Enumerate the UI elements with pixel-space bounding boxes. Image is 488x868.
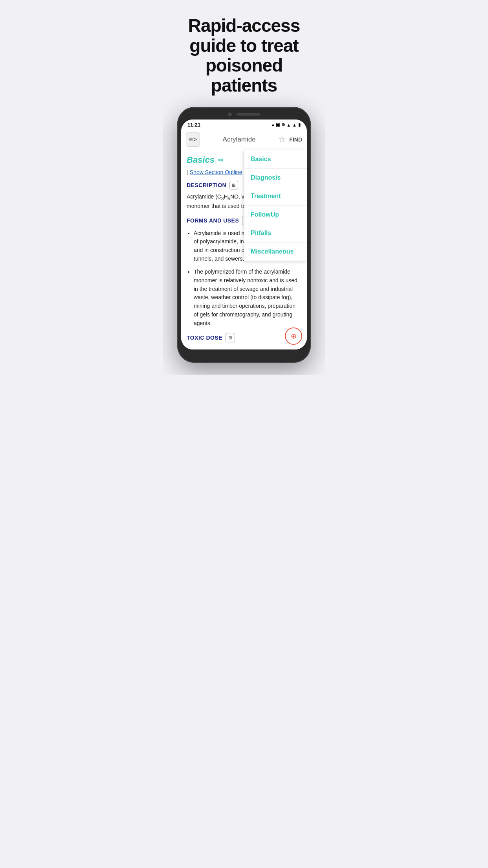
menu-item-followup[interactable]: FollowUp: [244, 206, 307, 224]
status-bar: 11:21 ● ▣ ⊕ ▲ ▲ ▮: [181, 120, 307, 129]
fab-icon: ⊕: [291, 332, 297, 340]
sim-icon: ▣: [276, 122, 280, 127]
wifi-icon: ▲: [286, 123, 291, 127]
content-area: Basics ⇒ [ Show Section Outline ] DESCRI…: [181, 150, 307, 349]
app-logo[interactable]: ≡>: [186, 132, 200, 147]
logo-icon: ≡>: [189, 136, 197, 144]
toxic-dose-icon-glyph: ⊞: [228, 335, 232, 340]
toxic-dose-heading-text: TOXIC DOSE: [187, 335, 222, 341]
status-time: 11:21: [187, 122, 200, 128]
description-icon-glyph: ⊞: [232, 183, 236, 188]
menu-item-basics[interactable]: Basics: [244, 150, 307, 169]
phone-screen: 11:21 ● ▣ ⊕ ▲ ▲ ▮ ≡> Acrylamide ☆ F: [181, 120, 307, 349]
favorite-star-icon[interactable]: ☆: [278, 134, 286, 145]
forms-heading-text: FORMS AND USES: [187, 217, 239, 224]
description-heading-text: DESCRIPTION: [187, 182, 226, 188]
description-section-icon[interactable]: ⊞: [229, 181, 238, 189]
fab-button[interactable]: ⊕: [285, 327, 302, 345]
menu-item-diagnosis[interactable]: Diagnosis: [244, 169, 307, 187]
phone-speaker: [237, 113, 260, 116]
vpn-icon: ⊕: [281, 122, 285, 127]
status-icons: ● ▣ ⊕ ▲ ▲ ▮: [272, 122, 301, 127]
battery-icon: ▮: [298, 122, 301, 127]
basics-arrow-icon: ⇒: [218, 156, 224, 164]
signal-icon: ●: [272, 123, 275, 127]
nav-dropdown-menu: Basics Diagnosis Treatment FollowUp Pitf…: [244, 150, 307, 261]
menu-item-treatment[interactable]: Treatment: [244, 187, 307, 206]
menu-item-pitfalls[interactable]: Pitfalls: [244, 224, 307, 243]
toxic-dose-heading-row: TOXIC DOSE ⊞: [187, 333, 301, 342]
signal-bars-icon: ▲: [292, 123, 297, 127]
show-outline-link[interactable]: Show Section Outline: [190, 169, 242, 175]
app-header: ≡> Acrylamide ☆ FIND: [181, 129, 307, 150]
phone-mockup-wrapper: 11:21 ● ▣ ⊕ ▲ ▲ ▮ ≡> Acrylamide ☆ F: [163, 107, 325, 375]
hero-section: Rapid-access guide to treat poisoned pat…: [163, 0, 325, 107]
hero-title: Rapid-access guide to treat poisoned pat…: [171, 16, 317, 95]
phone-camera: [228, 112, 232, 116]
phone-device: 11:21 ● ▣ ⊕ ▲ ▲ ▮ ≡> Acrylamide ☆ F: [177, 107, 311, 363]
basics-label[interactable]: Basics: [187, 155, 215, 165]
phone-top-bar: [181, 112, 307, 120]
app-drug-title: Acrylamide: [203, 136, 275, 143]
menu-item-miscellaneous[interactable]: Miscellaneous: [244, 243, 307, 261]
outline-prefix: [: [187, 169, 190, 175]
list-item: The polymerized form of the acrylamide m…: [194, 268, 301, 327]
phone-bottom: [181, 349, 307, 357]
toxic-dose-section-icon[interactable]: ⊞: [226, 333, 235, 342]
header-actions: ☆ FIND: [278, 134, 302, 145]
find-button[interactable]: FIND: [289, 136, 302, 143]
